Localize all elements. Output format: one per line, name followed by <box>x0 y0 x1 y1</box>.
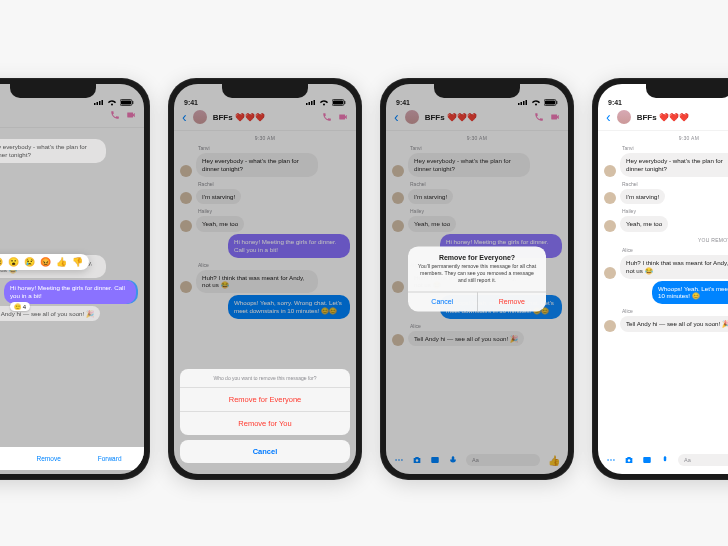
alert-title: Remove for Everyone? <box>408 246 546 263</box>
gallery-icon[interactable] <box>642 455 652 466</box>
reaction-picker[interactable]: 😍 😆 😮 😢 😡 👍 👎 <box>0 254 89 270</box>
sender-name: Alice <box>622 247 728 253</box>
msg-bubble-mine[interactable]: Whoops! Yeah. Let's meet downstairs in 1… <box>652 281 728 305</box>
sheet-cancel[interactable]: Cancel <box>180 440 350 463</box>
avatar[interactable] <box>617 110 631 124</box>
sheet-option-you[interactable]: Remove for You <box>180 412 350 435</box>
composer-menu-icon[interactable] <box>606 455 616 466</box>
reaction-emoji[interactable]: 😆 <box>0 257 3 267</box>
timestamp: 9:30 AM <box>598 135 728 141</box>
msg-bubble[interactable]: Tell Andy hi — see all of you soon! 🎉 <box>620 316 728 332</box>
reaction-emoji[interactable]: 😮 <box>8 257 19 267</box>
msg-bubble: Hey everybody - what's the plan for dinn… <box>0 139 106 163</box>
sheet-prompt: Who do you want to remove this message f… <box>180 369 350 388</box>
mic-icon[interactable] <box>660 455 670 466</box>
chat-title: BFFs <box>637 113 657 122</box>
chat-header: ‹ BFFs ❤️❤️❤️ <box>598 108 728 131</box>
msg-bubble-selected[interactable]: Hi honey! Meeting the girls for dinner. … <box>4 280 136 304</box>
composer-input[interactable]: Aa <box>678 454 728 466</box>
alert-body: You'll permanently remove this message f… <box>408 263 546 291</box>
action-remove[interactable]: Remove <box>37 455 61 462</box>
reaction-emoji[interactable]: 😡 <box>40 257 51 267</box>
reaction-emoji[interactable]: 👎 <box>72 257 83 267</box>
reaction-badge[interactable]: 🙂 4 <box>10 302 30 311</box>
sender-name: Alice <box>622 308 728 314</box>
back-icon[interactable]: ‹ <box>606 110 611 124</box>
msg-bubble[interactable]: I'm starving! <box>620 189 665 205</box>
status-time: 9:41 <box>608 99 622 106</box>
svg-point-21 <box>628 459 631 462</box>
reaction-emoji[interactable]: 😢 <box>24 257 35 267</box>
alert-cancel-button[interactable]: Cancel <box>408 293 478 312</box>
sender-name: Hailey <box>622 208 728 214</box>
camera-icon[interactable] <box>624 455 634 466</box>
removed-indicator: You removed a message <box>598 237 728 243</box>
confirm-dialog: Remove for Everyone? You'll permanently … <box>408 246 546 311</box>
action-sheet: Who do you want to remove this message f… <box>180 369 350 468</box>
sheet-option-everyone[interactable]: Remove for Everyone <box>180 388 350 412</box>
svg-point-20 <box>613 459 615 461</box>
msg-bubble[interactable]: Huh? I think that was meant for Andy, no… <box>620 255 728 279</box>
action-forward[interactable]: Forward <box>98 455 122 462</box>
sender-name: Tanvi <box>622 145 728 151</box>
svg-rect-23 <box>664 456 667 461</box>
svg-point-18 <box>607 459 609 461</box>
message-action-bar: Copy Remove Forward <box>0 447 144 470</box>
composer: Aa 👍 <box>598 450 728 470</box>
header-hearts: ❤️❤️❤️ <box>659 113 689 122</box>
msg-bubble[interactable]: Hey everybody - what's the plan for dinn… <box>620 153 728 177</box>
svg-point-19 <box>610 459 612 461</box>
reaction-emoji[interactable]: 👍 <box>56 257 67 267</box>
svg-rect-22 <box>643 457 651 463</box>
sender-name: Rachel <box>622 181 728 187</box>
selected-message[interactable]: Hi honey! Meeting the girls for dinner. … <box>4 280 136 304</box>
alert-remove-button[interactable]: Remove <box>478 293 547 312</box>
msg-bubble[interactable]: Yeah, me too <box>620 216 668 232</box>
